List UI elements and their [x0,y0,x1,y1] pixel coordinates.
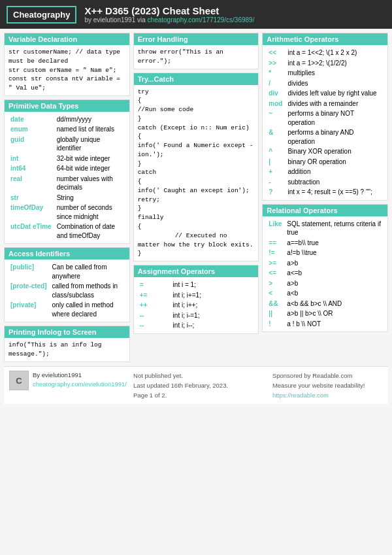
footer: C By evielution1991 cheatography.com/evi… [4,366,388,405]
table-cell-value: called from methods in class/subclass [50,281,125,300]
table-cell-key: >> [267,58,286,69]
table-cell-value: SQL statement, returns criteria if true [285,219,384,238]
table-cell-value: 32-bit wide integer [55,154,125,164]
access-identifiers-header: Access Identifiers [5,248,129,260]
table-row: >=a>b [267,258,384,269]
column-3: Arithmetic Operators <<int a = 1<<2; \(1… [262,33,388,362]
table-cell-key: == [267,238,285,248]
table-row: <a<b [267,288,384,299]
table-cell-key: guid [8,135,55,154]
table-row: !a ! b \\ NOT [267,319,384,329]
table-row: utcDat eTimeCombination of date and time… [8,222,125,241]
table-cell-value: number of seconds since midnight [55,203,125,222]
table-cell-value: Combination of date and timeOfDay [55,222,125,241]
table-row: --int i; i-=1; [138,311,255,321]
assignment-operators-section: Assignment Operators =int i = 1;+=int i;… [133,265,259,334]
table-cell-key: [prote-cted] [8,281,50,300]
table-cell-value: a==b\\ true [285,238,384,248]
table-cell-key: ! [267,319,285,329]
table-cell-key: | [267,157,286,167]
relational-operators-header: Relational Operators [263,205,387,216]
table-cell-key: enum [8,124,55,135]
table-row: ^Binary XOR operation [267,146,384,157]
table-row: &&a<b && b>c \\ AND [267,299,384,309]
table-row: +addition [267,167,384,177]
table-cell-key: = [138,280,171,290]
table-cell-key: ~ [267,109,286,127]
table-row: &performs a binary AND operation [267,127,384,146]
table-row: [private]only called in method where dec… [8,300,125,319]
footer-user: By evielution1991 cheatography.com/eviel… [33,371,127,390]
table-row: [prote-cted]called from methods in class… [8,281,125,300]
header-subtitle: by evielution1991 via cheatography.com/1… [84,16,254,24]
table-row: *multiplies [267,68,384,78]
table-cell-key: += [138,290,171,301]
table-row: =int i = 1; [138,280,255,290]
variable-declaration-body: str customerName; // data type must be d… [5,45,129,95]
table-row: datedd/mm/yyyy [8,114,125,125]
table-row: ~performs a binary NOT operation [267,109,384,127]
table-cell-value: Binary XOR operation [286,146,384,157]
main-content: Variable Declaration str customerName; /… [0,29,392,366]
table-cell-value: a!=b \\true [285,248,384,258]
primitive-data-types-body: datedd/mm/yyyyenumnamed list of literals… [5,112,129,244]
table-cell-key: [public] [8,262,50,281]
footer-left: C By evielution1991 cheatography.com/evi… [9,371,127,401]
table-cell-value: performs a binary AND operation [286,127,384,146]
table-cell-key: - [267,177,286,188]
cheatography-link[interactable]: cheatography.com/177129/cs/36989/ [148,16,255,24]
access-identifiers-body: [public]Can be called from anywhere[prot… [5,260,129,322]
table-cell-key: * [267,68,286,78]
table-cell-value: multiplies [286,68,384,78]
table-cell-key: mod [267,99,286,109]
table-cell-key: Like [267,219,285,238]
error-handling-header: Error Handling [134,33,259,45]
table-row: --int i; i--; [138,320,255,331]
try-catch-section: Try...Catch try { //Run some code } catc… [133,73,259,262]
table-cell-key: != [267,248,285,258]
assignment-operators-header: Assignment Operators [134,265,259,277]
table-row: moddivides with a remainder [267,99,384,109]
table-row: <=a<=b [267,268,384,278]
table-cell-value: Can be called from anywhere [50,262,125,281]
table-cell-value: a>b [285,278,384,289]
author-link[interactable]: cheatography.com/evielution1991/ [33,380,127,388]
table-cell-value: int i = 1; [171,280,255,290]
table-cell-key: -- [138,311,171,321]
primitive-data-types-section: Primitive Data Types datedd/mm/yyyyenumn… [4,99,130,244]
table-cell-value: String [55,193,125,203]
table-cell-value: performs a binary NOT operation [286,109,384,127]
table-cell-key: >= [267,258,285,269]
table-cell-value: a<=b [285,268,384,278]
table-row: /divides [267,78,384,89]
table-cell-key: && [267,299,285,309]
table-cell-value: int a = 1<<2; \(1 x 2 x 2) [286,48,384,58]
try-catch-header: Try...Catch [134,73,259,85]
variable-declaration-code: str customerName; // data type must be d… [8,48,125,93]
table-row: +=int i; i+=1; [138,290,255,301]
table-cell-key: / [267,78,286,89]
table-row: guidglobally unique identifier [8,135,125,154]
table-cell-value: binary OR operation [286,157,384,167]
access-identifiers-table: [public]Can be called from anywhere[prot… [8,262,125,319]
table-cell-value: int i; i-=1; [171,311,255,321]
relational-operators-section: Relational Operators LikeSQL statement, … [262,204,388,333]
table-cell-value: subtraction [286,177,384,188]
header-title-area: X++ D365 (2023) Cheat Sheet by evielutio… [84,5,254,24]
column-2: Error Handling throw error("This is an e… [133,33,259,362]
header: Cheatography X++ D365 (2023) Cheat Sheet… [0,0,392,29]
table-row: >>int a = 1>>2; \(1/2/2) [267,58,384,69]
table-cell-key: str [8,193,55,203]
footer-logo: C [9,371,29,390]
table-cell-value: int i; i--; [171,320,255,331]
readable-link[interactable]: https://readable.com [272,392,329,399]
try-catch-code: try { //Run some code } catch (Except io… [138,88,255,259]
table-cell-key: & [267,127,286,146]
printing-infolog-body: info("This is an info log message."); [5,338,129,362]
primitive-data-types-table: datedd/mm/yyyyenumnamed list of literals… [8,114,125,241]
table-cell-value: 64-bit wide integer [55,163,125,174]
table-cell-key: int [8,154,55,164]
table-cell-key: date [8,114,55,125]
svg-text:C: C [16,376,22,386]
table-cell-value: only called in method where declared [50,300,125,319]
